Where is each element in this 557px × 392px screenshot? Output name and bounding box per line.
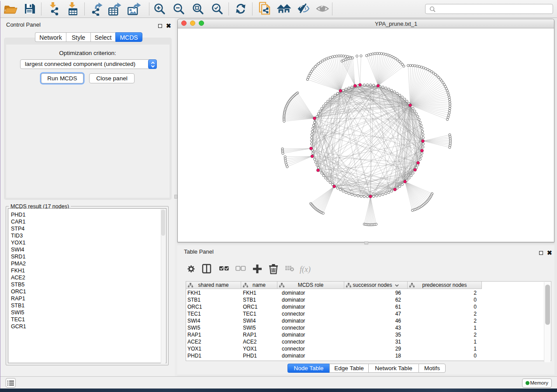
- svg-text:f(x): f(x): [300, 265, 311, 274]
